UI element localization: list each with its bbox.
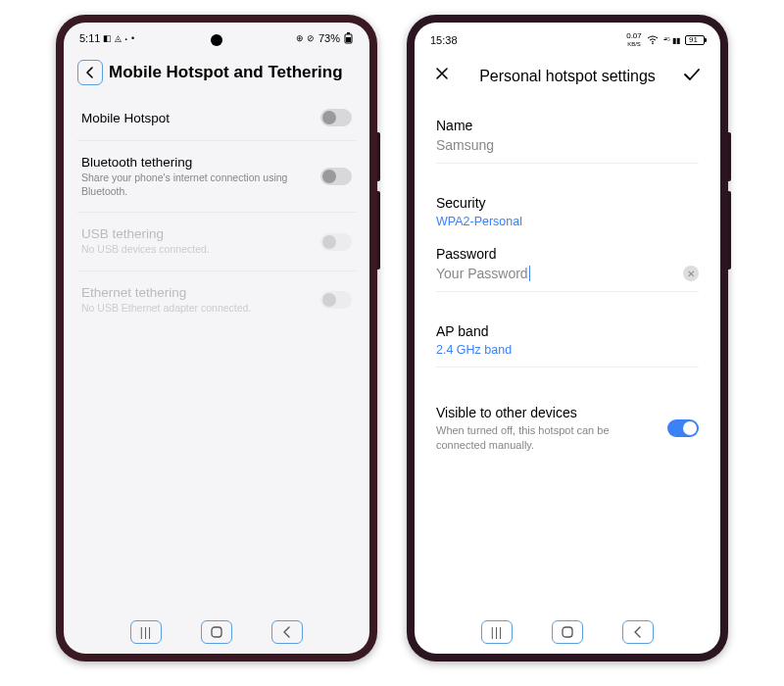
row-ethernet-tethering: Ethernet tethering No USB Ethernet adapt…: [77, 271, 356, 329]
row-bluetooth-tethering[interactable]: Bluetooth tethering Share your phone's i…: [77, 141, 356, 213]
text-cursor: [529, 266, 530, 281]
field-label: Name: [436, 118, 699, 133]
volume-button: [377, 132, 380, 181]
row-title: Mobile Hotspot: [81, 111, 311, 125]
confirm-button[interactable]: [677, 66, 701, 86]
nav-back[interactable]: [622, 620, 654, 644]
header: Mobile Hotspot and Tethering: [64, 48, 369, 95]
battery-icon: 91: [685, 35, 705, 45]
svg-rect-1: [347, 32, 350, 34]
header: Personal hotspot settings: [415, 52, 720, 96]
toggle-bluetooth-tethering[interactable]: [320, 168, 352, 185]
row-title: Visible to other devices: [436, 405, 656, 420]
back-button[interactable]: [77, 60, 103, 85]
nav-bar: |||: [415, 620, 720, 644]
camera-hole: [211, 34, 222, 46]
battery-icon: [344, 32, 354, 44]
toggle-visible[interactable]: [667, 419, 699, 437]
status-battery-percent: 73%: [318, 32, 340, 44]
close-button[interactable]: [434, 66, 458, 86]
toggle-ethernet-tethering: [320, 291, 352, 309]
page-title: Personal hotspot settings: [458, 68, 677, 85]
row-subtitle: Share your phone's internet connection u…: [81, 172, 311, 198]
row-title: USB tethering: [81, 226, 311, 241]
power-button: [377, 191, 380, 270]
row-title: Ethernet tethering: [81, 285, 311, 300]
svg-point-4: [652, 43, 654, 45]
row-title: Bluetooth tethering: [81, 155, 311, 170]
row-subtitle: No USB devices connected.: [81, 243, 311, 257]
status-system-icons: ⊕ ⊘: [296, 33, 315, 43]
fields: Name Samsung Security WPA2-Personal Pass…: [415, 96, 720, 480]
phone-frame-left: 5:11 ◧ ◬ ⬩ • ⊕ ⊘ 73% Mobile Hotspot and …: [56, 15, 377, 662]
screen-right: 15:38 0.07KB/S ⁴ᴳ ▮▮ 91 Personal hotspot…: [415, 23, 720, 654]
wifi-icon: [647, 35, 659, 45]
status-bar: 15:38 0.07KB/S ⁴ᴳ ▮▮ 91: [415, 23, 720, 52]
nav-recents[interactable]: |||: [481, 620, 513, 644]
status-time: 5:11: [79, 32, 100, 44]
clear-password-icon[interactable]: ✕: [683, 266, 699, 281]
status-time: 15:38: [430, 34, 458, 46]
field-value: Samsung: [436, 137, 699, 153]
nav-home[interactable]: [552, 620, 583, 644]
row-usb-tethering: USB tethering No USB devices connected.: [77, 213, 356, 271]
row-subtitle: No USB Ethernet adapter connected.: [81, 302, 311, 316]
field-link-value: 2.4 GHz band: [436, 343, 699, 357]
field-password[interactable]: Password Your Password ✕: [436, 232, 699, 292]
page-title: Mobile Hotspot and Tethering: [109, 63, 343, 82]
settings-list: Mobile Hotspot Bluetooth tethering Share…: [64, 95, 369, 329]
field-label: Security: [436, 195, 699, 211]
row-visible-to-others[interactable]: Visible to other devices When turned off…: [436, 385, 699, 472]
field-label: Password: [436, 246, 699, 262]
toggle-usb-tethering: [320, 233, 352, 251]
row-mobile-hotspot[interactable]: Mobile Hotspot: [77, 95, 356, 141]
signal-icon: ⁴ᴳ ▮▮: [663, 36, 680, 45]
phone-frame-right: 15:38 0.07KB/S ⁴ᴳ ▮▮ 91 Personal hotspot…: [407, 15, 728, 662]
nav-recents[interactable]: |||: [130, 620, 162, 644]
field-security[interactable]: Security WPA2-Personal: [436, 181, 699, 232]
volume-button: [728, 132, 731, 181]
status-data-rate: 0.07KB/S: [626, 32, 642, 48]
svg-rect-2: [346, 37, 351, 42]
field-name[interactable]: Name Samsung: [436, 104, 699, 164]
power-button: [728, 191, 731, 270]
row-subtitle: When turned off, this hotspot can be con…: [436, 423, 656, 453]
field-label: AP band: [436, 323, 699, 339]
nav-bar: |||: [64, 620, 369, 644]
nav-back[interactable]: [271, 620, 303, 644]
screen-left: 5:11 ◧ ◬ ⬩ • ⊕ ⊘ 73% Mobile Hotspot and …: [64, 23, 369, 654]
field-link-value: WPA2-Personal: [436, 215, 699, 228]
toggle-mobile-hotspot[interactable]: [320, 109, 352, 126]
field-ap-band[interactable]: AP band 2.4 GHz band: [436, 310, 699, 368]
nav-home[interactable]: [201, 620, 232, 644]
password-value: Your Password: [436, 266, 528, 281]
svg-rect-3: [212, 627, 221, 637]
svg-rect-5: [563, 627, 572, 637]
status-notif-icons: ◧ ◬ ⬩ •: [103, 33, 134, 43]
